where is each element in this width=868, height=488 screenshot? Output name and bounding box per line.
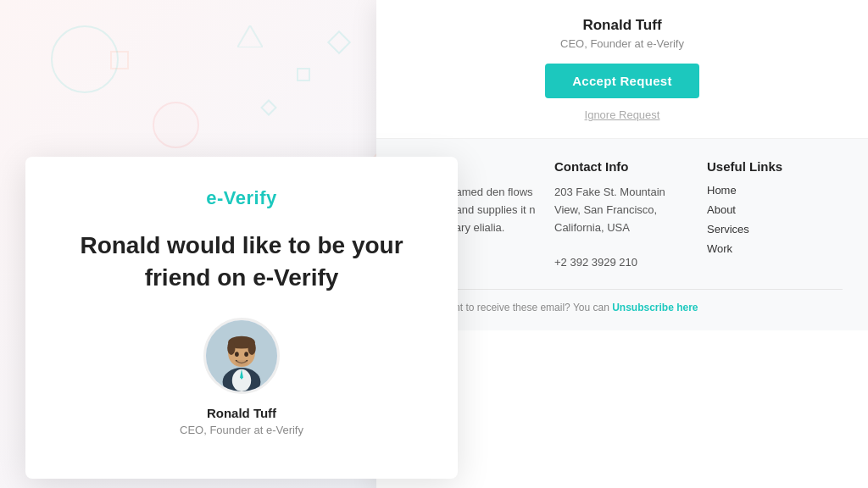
accept-request-button[interactable]: Accept Request [545, 64, 699, 98]
svg-point-8 [227, 341, 235, 355]
deco-circle-1 [51, 25, 119, 93]
footer-links-title: Useful Links [707, 159, 843, 174]
brand-name: e-Verify [206, 187, 277, 208]
footer-bottom: o longer want to receive these email? Yo… [402, 289, 843, 313]
sender-name: Ronald Tuff [207, 406, 276, 420]
svg-point-9 [248, 341, 255, 355]
svg-marker-0 [237, 25, 263, 47]
footer-link-home[interactable]: Home [707, 184, 843, 197]
deco-diamond-2 [260, 99, 277, 116]
svg-point-12 [236, 359, 248, 365]
footer-links-col: Useful Links Home About Services Work [707, 159, 843, 272]
deco-circle-2 [153, 102, 199, 148]
brand-logo: e-Verify [206, 187, 277, 209]
contact-phone-text: +2 392 3929 210 [554, 256, 637, 269]
sender-title: CEO, Founder at e-Verify [180, 424, 303, 436]
footer-link-work[interactable]: Work [707, 242, 843, 255]
friend-request-heading: Ronald would like to be your friend on e… [59, 230, 424, 294]
deco-rect-2 [297, 68, 310, 81]
footer-contact-title: Contact Info [554, 159, 690, 174]
footer-link-about[interactable]: About [707, 203, 843, 216]
ignore-request-link[interactable]: Ignore Request [585, 108, 660, 121]
bg-card-top-section: Ronald Tuff CEO, Founder at e-Verify Acc… [376, 0, 868, 139]
deco-diamond-1 [327, 30, 351, 54]
footer-grid: About mall river named den flows by thei… [402, 159, 843, 272]
svg-point-11 [244, 352, 248, 357]
footer-link-services[interactable]: Services [707, 223, 843, 236]
contact-address-text: 203 Fake St. Mountain View, San Francisc… [554, 186, 665, 234]
bg-sender-title: CEO, Founder at e-Verify [560, 37, 684, 50]
avatar-image [206, 318, 277, 394]
deco-rect-1 [110, 51, 129, 69]
main-email-card: e-Verify Ronald would like to be your fr… [25, 157, 458, 479]
svg-point-10 [235, 352, 239, 357]
sender-avatar [203, 318, 280, 394]
footer-contact-address: 203 Fake St. Mountain View, San Francisc… [554, 184, 690, 272]
unsubscribe-link[interactable]: Unsubscribe here [612, 302, 698, 313]
footer-contact-col: Contact Info 203 Fake St. Mountain View,… [554, 159, 690, 272]
deco-triangle-1 [237, 25, 263, 47]
bg-sender-name: Ronald Tuff [582, 17, 661, 34]
